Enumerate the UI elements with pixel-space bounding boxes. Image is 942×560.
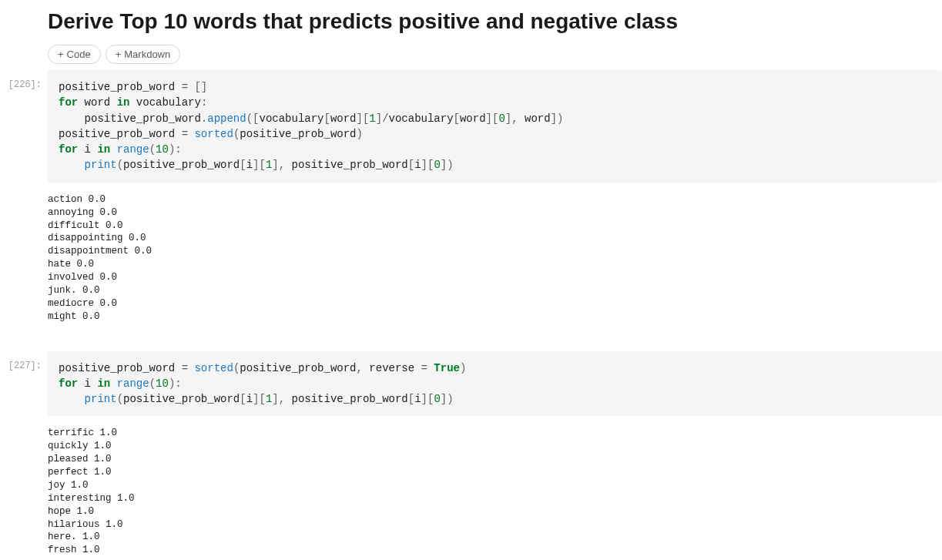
add-code-button[interactable]: + Code xyxy=(48,45,101,64)
output-cell: terrific 1.0 quickly 1.0 pleased 1.0 per… xyxy=(0,419,942,557)
cell-body: positive_prob_word = sorted(positive_pro… xyxy=(48,351,942,417)
add-markdown-button[interactable]: + Markdown xyxy=(106,45,181,64)
add-markdown-label: Markdown xyxy=(124,49,170,60)
cell-body: terrific 1.0 quickly 1.0 pleased 1.0 per… xyxy=(48,419,942,557)
markdown-cell: Derive Top 10 words that predicts positi… xyxy=(0,0,942,39)
cell-body: positive_prob_word = [] for word in voca… xyxy=(48,70,942,183)
code-cell: [227]: positive_prob_word = sorted(posit… xyxy=(0,351,942,417)
code-input[interactable]: positive_prob_word = [] for word in voca… xyxy=(48,70,942,183)
cell-body: action 0.0 annoying 0.0 difficult 0.0 di… xyxy=(48,186,942,324)
cell-output: terrific 1.0 quickly 1.0 pleased 1.0 per… xyxy=(48,419,942,557)
plus-icon: + xyxy=(58,49,64,60)
execution-count: [227]: xyxy=(0,351,48,371)
add-code-label: Code xyxy=(67,49,91,60)
code-cell: [226]: positive_prob_word = [] for word … xyxy=(0,70,942,183)
cell-output: action 0.0 annoying 0.0 difficult 0.0 di… xyxy=(48,186,942,324)
execution-count: [226]: xyxy=(0,70,48,90)
notebook: Derive Top 10 words that predicts positi… xyxy=(0,0,942,557)
cell-toolbar: + Code + Markdown xyxy=(0,45,942,64)
output-cell: action 0.0 annoying 0.0 difficult 0.0 di… xyxy=(0,186,942,324)
output-prompt xyxy=(0,419,48,428)
code-input[interactable]: positive_prob_word = sorted(positive_pro… xyxy=(48,351,942,417)
output-prompt xyxy=(0,186,48,195)
plus-icon: + xyxy=(116,49,122,60)
section-heading: Derive Top 10 words that predicts positi… xyxy=(48,9,942,34)
